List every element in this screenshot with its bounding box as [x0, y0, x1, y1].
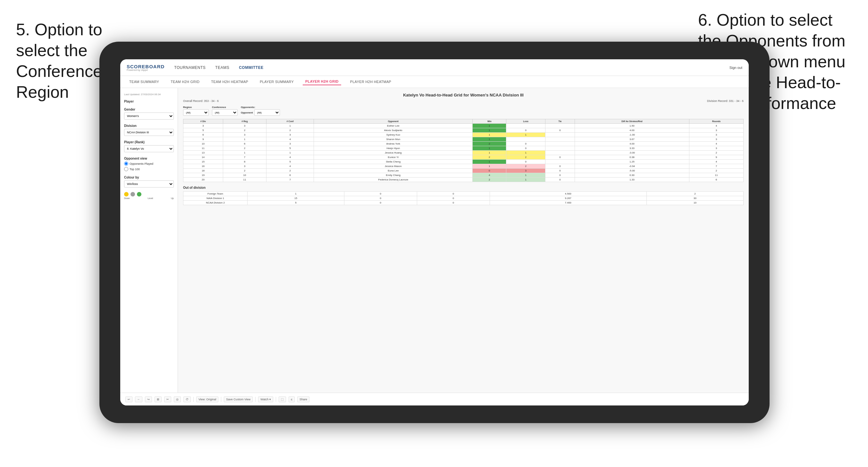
- td-win: 0: [473, 168, 506, 173]
- td-div: 15: [183, 160, 223, 164]
- td-ood-rounds: 10: [647, 200, 744, 205]
- region-filter-select[interactable]: (All): [183, 109, 209, 116]
- toolbar-share[interactable]: Share: [297, 397, 309, 402]
- subnav-player-summary[interactable]: PLAYER SUMMARY: [257, 79, 296, 85]
- gender-select[interactable]: Women's: [124, 113, 174, 120]
- td-diff: 1.33: [575, 178, 689, 182]
- toolbar-view-original[interactable]: View: Original: [196, 397, 218, 402]
- radio-opponents-input[interactable]: [124, 161, 128, 166]
- legend-down-label: Down: [124, 197, 130, 199]
- toolbar-timer[interactable]: ⏱: [183, 397, 191, 402]
- last-updated: Last Updated: 27/03/2024 06:34: [124, 93, 174, 96]
- toolbar-share-icon[interactable]: ≤: [288, 397, 295, 402]
- td-div: 20: [183, 178, 223, 182]
- radio-opponents-played[interactable]: Opponents Played: [124, 161, 174, 166]
- th-rounds: Rounds: [689, 119, 744, 124]
- td-rounds: 4: [689, 124, 744, 128]
- conference-filter-select[interactable]: (All): [212, 109, 238, 116]
- td-diff: 1.25: [575, 160, 689, 164]
- td-reg: 1: [223, 137, 266, 142]
- td-opponent: Federica Domecq Lacroze: [314, 178, 473, 182]
- conference-filter-group: Conference (All): [212, 106, 238, 116]
- toolbar-sep-2: [221, 397, 221, 402]
- td-reg: 2: [223, 168, 266, 173]
- table-row: 10 6 3 Andrea York 2 0 4.00 4: [183, 142, 744, 146]
- td-div: 18: [183, 168, 223, 173]
- td-diff: -1.00: [575, 133, 689, 137]
- th-div: # Div: [183, 119, 223, 124]
- page-title: Katelyn Vo Head-to-Head Grid for Women's…: [183, 93, 744, 97]
- opponent-filter-select[interactable]: (All): [254, 109, 280, 116]
- colour-by-label: Colour by: [124, 176, 174, 179]
- td-rounds: 3: [689, 133, 744, 137]
- td-loss: [506, 137, 546, 142]
- nav-teams[interactable]: TEAMS: [215, 64, 229, 71]
- td-loss: 2: [506, 155, 546, 160]
- td-opponent: Emily Chang: [314, 173, 473, 178]
- nav-committee[interactable]: COMMITTEE: [239, 64, 264, 71]
- td-ood-win: 1: [248, 192, 344, 196]
- top-nav: SCOREBOARD Powered by clippd TOURNAMENTS…: [120, 59, 749, 76]
- td-win: 1: [473, 146, 506, 151]
- td-reg: 3: [223, 124, 266, 128]
- td-tie: 0: [546, 164, 575, 168]
- toolbar-grid[interactable]: ⊞: [155, 397, 162, 402]
- subnav-team-h2h-heatmap[interactable]: TEAM H2H HEATMAP: [209, 79, 251, 85]
- sign-out-btn[interactable]: Sign out: [730, 66, 742, 69]
- td-loss: 0: [506, 128, 546, 133]
- sidebar-opponent-view-section: Opponent view Opponents Played Top 100: [124, 157, 174, 171]
- table-row: 16 3 4 Jessica Mason 1 2 0 -0.94 7: [183, 164, 744, 168]
- td-rounds: 2: [689, 151, 744, 155]
- td-win: 1: [473, 160, 506, 164]
- td-ood-rounds: 2: [647, 192, 744, 196]
- toolbar-camera[interactable]: ◎: [174, 397, 181, 402]
- table-row: 18 2 2 Euna Lee 0 3 0 -5.00 2: [183, 168, 744, 173]
- subnav-team-summary[interactable]: TEAM SUMMARY: [127, 79, 162, 85]
- toolbar-cut[interactable]: ✂: [164, 397, 171, 402]
- toolbar-sep-4: [276, 397, 276, 402]
- td-div: 9: [183, 137, 223, 142]
- nav-tournaments[interactable]: TOURNAMENTS: [174, 64, 206, 71]
- toolbar-watch[interactable]: Watch ▾: [258, 397, 273, 402]
- td-diff: -3.00: [575, 151, 689, 155]
- out-of-division-table: Foreign Team 1 0 0 4.500 2 NAIA Division…: [183, 191, 744, 205]
- legend-level-dot: [130, 192, 135, 196]
- toolbar-back[interactable]: ←: [135, 397, 143, 402]
- toolbar-redo[interactable]: ↪: [145, 397, 152, 402]
- radio-top100-input[interactable]: [124, 167, 128, 171]
- td-win: 1: [473, 128, 506, 133]
- td-ood-opponent: NAIA Division 1: [183, 196, 248, 200]
- td-ood-tie: 0: [417, 192, 490, 196]
- radio-top100[interactable]: Top 100: [124, 167, 174, 171]
- main-table: # Div # Reg # Conf Opponent Win Loss Tie…: [183, 119, 744, 182]
- td-ood-loss: 0: [344, 200, 417, 205]
- toolbar-undo[interactable]: ↩: [125, 397, 132, 402]
- td-ood-diff: 4.500: [490, 192, 646, 196]
- sidebar-player-section: Player: [124, 100, 174, 103]
- toolbar-frame[interactable]: ⬚: [279, 397, 286, 402]
- player-rank-select[interactable]: 8. Katelyn Vo: [124, 145, 174, 152]
- subnav-player-h2h-grid[interactable]: PLAYER H2H GRID: [303, 78, 341, 85]
- toolbar-save-custom[interactable]: Save Custom View: [224, 397, 253, 402]
- td-reg: 7: [223, 155, 266, 160]
- th-conf: # Conf: [267, 119, 314, 124]
- division-select[interactable]: NCAA Division III: [124, 129, 174, 136]
- subnav-team-h2h-grid[interactable]: TEAM H2H GRID: [168, 79, 202, 85]
- toolbar-sep-1: [193, 397, 194, 402]
- td-win: 2: [473, 142, 506, 146]
- td-div: 13: [183, 151, 223, 155]
- td-reg: 3: [223, 164, 266, 168]
- td-conf: 7: [267, 178, 314, 182]
- td-rounds: 11: [689, 173, 744, 178]
- td-win: 2: [473, 155, 506, 160]
- td-conf: 5: [267, 146, 314, 151]
- table-row: 14 7 4 Eunice Yi 2 2 0 0.38 9: [183, 155, 744, 160]
- td-opponent: Esther Lee: [314, 124, 473, 128]
- opponent-filter-wrapper: Opponents: Opponent (All): [241, 106, 280, 116]
- td-div: 11: [183, 146, 223, 151]
- gender-label: Gender: [124, 108, 174, 111]
- td-ood-tie: 0: [417, 196, 490, 200]
- subnav-player-h2h-heatmap[interactable]: PLAYER H2H HEATMAP: [348, 79, 394, 85]
- td-conf: 4: [267, 164, 314, 168]
- colour-by-select[interactable]: Win/loss: [124, 181, 174, 187]
